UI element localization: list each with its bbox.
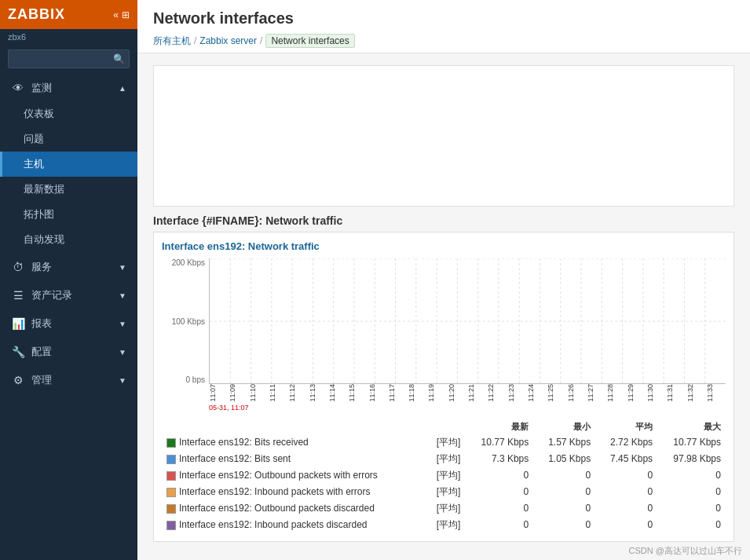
x-label-5: 11:13 [309, 384, 328, 402]
sidebar-controls: « ⊞ [113, 9, 130, 20]
legend-color-swatch [166, 488, 176, 497]
legend-header-label [162, 419, 425, 434]
search-icon: 🔍 [113, 53, 125, 64]
sidebar: ZABBIX « ⊞ zbx6 🔍 👁 监测 ▲ 仪表板 问题 主机 最新数据 … [0, 0, 137, 560]
legend-item-avg: 0 [595, 467, 657, 484]
sidebar-item-discovery[interactable]: 自动发现 [0, 227, 137, 252]
sidebar-item-dashboard[interactable]: 仪表板 [0, 101, 137, 126]
legend-header-type [425, 419, 465, 434]
legend-header-min: 最小 [533, 419, 595, 434]
legend-item-latest: 7.3 Kbps [465, 451, 533, 467]
nav-config-section: 🔧 配置 ▼ [0, 339, 137, 365]
nav-item-reports[interactable]: 📊 报表 ▼ [0, 310, 137, 337]
search-input[interactable] [8, 49, 130, 68]
x-label-25: 11:33 [706, 384, 726, 402]
x-label-0: 11:07 [209, 384, 229, 402]
services-icon: ⏱ [11, 261, 25, 273]
nav-item-assets[interactable]: ☰ 资产记录 ▼ [0, 282, 137, 309]
nav-monitor-label: 监测 [31, 81, 52, 95]
sidebar-item-latest[interactable]: 最新数据 [0, 177, 137, 202]
breadcrumb-sep-2: / [260, 35, 262, 46]
legend-item-latest: 10.77 Kbps [465, 434, 533, 451]
legend-item-max: 0 [657, 517, 726, 533]
nav-item-config[interactable]: 🔧 配置 ▼ [0, 339, 137, 365]
nav-reports-section: 📊 报表 ▼ [0, 310, 137, 337]
x-label-11: 11:19 [427, 384, 447, 402]
x-label-8: 11:16 [368, 384, 388, 402]
legend-item-max: 10.77 Kbps [657, 434, 726, 451]
x-label-10: 11:18 [408, 384, 427, 402]
x-label-3: 11:11 [269, 384, 288, 402]
legend-color-swatch [166, 471, 176, 481]
legend-item-type: [平均] [425, 500, 465, 517]
legend-item-max: 0 [657, 467, 726, 484]
chevron-down-icon: ▼ [119, 263, 126, 272]
nav-services-label: 服务 [31, 260, 52, 274]
collapse-icon[interactable]: « [113, 9, 119, 20]
chart-subtitle: Interface ens192: Network traffic [162, 240, 726, 252]
legend-item-latest: 0 [465, 500, 533, 517]
x-label-21: 11:29 [627, 384, 646, 402]
expand-icon[interactable]: ⊞ [122, 9, 130, 20]
x-label-4: 11:12 [288, 384, 308, 402]
legend-color-swatch [166, 438, 176, 448]
nav-item-services[interactable]: ⏱ 服务 ▼ [0, 254, 137, 280]
main-content-area: Network interfaces 所有主机 / Zabbix server … [137, 0, 750, 560]
main-scroll-area: Interface {#IFNAME}: Network traffic Int… [137, 53, 750, 542]
legend-item-label: Interface ens192: Bits received [162, 434, 425, 451]
search-area: 🔍 [0, 45, 137, 73]
breadcrumb-all-hosts[interactable]: 所有主机 [153, 35, 191, 48]
legend-header-max: 最大 [657, 419, 726, 434]
username: zbx6 [0, 29, 137, 45]
x-label-20: 11:28 [606, 384, 626, 402]
chart-x-date: 05-31, 11:07 [209, 404, 726, 412]
chart-svg [210, 258, 726, 383]
breadcrumb-zabbix-server[interactable]: Zabbix server [199, 35, 257, 46]
legend-item-label: Interface ens192: Bits sent [162, 451, 425, 467]
x-label-14: 11:22 [487, 384, 507, 402]
legend-item-avg: 0 [595, 517, 657, 533]
nav-assets-label: 资产记录 [31, 288, 72, 302]
sidebar-item-maps[interactable]: 拓扑图 [0, 202, 137, 227]
sidebar-header: ZABBIX « ⊞ [0, 0, 137, 29]
main-header: Network interfaces 所有主机 / Zabbix server … [137, 0, 750, 53]
x-label-12: 11:20 [448, 384, 467, 402]
chevron-up-icon: ▲ [119, 84, 126, 93]
legend-row: Interface ens192: Outbound packets disca… [162, 500, 726, 517]
sidebar-item-problems[interactable]: 问题 [0, 126, 137, 152]
legend-item-max: 0 [657, 484, 726, 500]
nav-config-label: 配置 [31, 345, 52, 359]
legend-item-max: 0 [657, 500, 726, 517]
nav-item-monitor[interactable]: 👁 监测 ▲ [0, 75, 137, 101]
y-label-200: 200 Kbps [172, 258, 205, 267]
admin-icon: ⚙ [11, 374, 25, 386]
legend-row: Interface ens192: Inbound packets discar… [162, 517, 726, 533]
legend-item-label: Interface ens192: Outbound packets disca… [162, 500, 425, 517]
chevron-down-icon-3: ▼ [119, 320, 126, 328]
chevron-down-icon-4: ▼ [119, 348, 126, 357]
legend-table: 最新 最小 平均 最大 Interface ens192: Bits recei… [162, 419, 726, 533]
x-axis-labels: 11:07 11:09 11:10 11:11 11:12 11:13 11:1… [209, 384, 726, 402]
legend-item-avg: 2.72 Kbps [595, 434, 657, 451]
chevron-down-icon-2: ▼ [119, 291, 126, 300]
legend-header-avg: 平均 [595, 419, 657, 434]
legend-item-label: Interface ens192: Outbound packets with … [162, 467, 425, 484]
legend-item-type: [平均] [425, 434, 465, 451]
legend-item-min: 0 [533, 484, 595, 500]
legend-item-avg: 0 [595, 500, 657, 517]
nav-reports-label: 报表 [31, 317, 52, 331]
page-title: Network interfaces [153, 9, 734, 27]
legend-color-swatch [166, 455, 176, 464]
sidebar-item-hosts[interactable]: 主机 [0, 152, 137, 177]
x-label-1: 11:09 [229, 384, 248, 402]
legend-row: Interface ens192: Bits received [平均] 10.… [162, 434, 726, 451]
x-label-22: 11:30 [646, 384, 666, 402]
nav-item-admin[interactable]: ⚙ 管理 ▼ [0, 367, 137, 393]
x-label-23: 11:31 [666, 384, 686, 402]
legend-item-max: 97.98 Kbps [657, 451, 726, 467]
legend-item-latest: 0 [465, 517, 533, 533]
x-label-24: 11:32 [686, 384, 706, 402]
x-label-19: 11:27 [587, 384, 606, 402]
y-label-100: 100 Kbps [172, 317, 205, 326]
x-label-17: 11:25 [547, 384, 566, 402]
